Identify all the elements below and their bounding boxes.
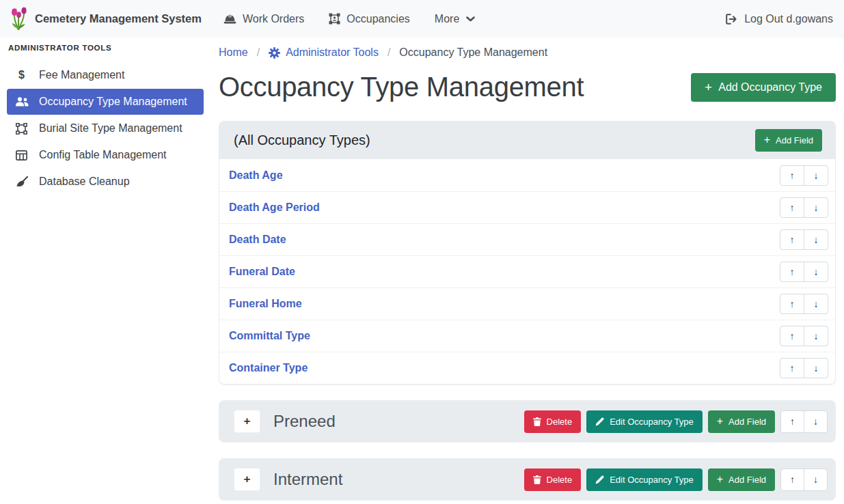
sidebar-item-label: Database Cleanup [39, 176, 130, 188]
trash-icon [533, 417, 541, 426]
move-up-button[interactable]: ↑ [780, 410, 804, 433]
move-up-button[interactable]: ↑ [780, 294, 804, 314]
add-field-button[interactable]: + Add Field [708, 410, 775, 433]
field-link-death-date[interactable]: Death Date [229, 234, 286, 246]
logout-link[interactable]: Log Out d.gowans [726, 13, 833, 25]
arrow-down-icon: ↓ [814, 363, 819, 374]
edit-occupancy-type-label: Edit Occupancy Type [610, 475, 694, 485]
move-down-button[interactable]: ↓ [804, 358, 828, 378]
nav-work-orders[interactable]: Work Orders [223, 13, 304, 25]
arrow-up-icon: ↑ [790, 474, 795, 485]
add-field-button[interactable]: + Add Field [755, 129, 822, 152]
move-up-button[interactable]: ↑ [780, 326, 804, 346]
field-row: Funeral Home ↑ ↓ [219, 288, 835, 320]
add-field-label: Add Field [776, 135, 813, 145]
delete-button[interactable]: Delete [524, 410, 582, 433]
arrow-down-icon: ↓ [813, 474, 818, 485]
arrow-up-icon: ↑ [790, 170, 795, 181]
breadcrumb-separator: / [257, 46, 260, 59]
reorder-group: ↑ ↓ [780, 197, 828, 218]
arrow-down-icon: ↓ [814, 202, 819, 213]
move-down-button[interactable]: ↓ [804, 229, 828, 250]
arrow-up-icon: ↑ [790, 234, 795, 245]
edit-occupancy-type-button[interactable]: Edit Occupancy Type [586, 468, 703, 491]
arrow-up-icon: ↑ [790, 416, 795, 427]
delete-button[interactable]: Delete [524, 468, 582, 491]
reorder-group: ↑ ↓ [780, 262, 828, 282]
edit-occupancy-type-label: Edit Occupancy Type [610, 417, 694, 427]
move-down-button[interactable]: ↓ [804, 262, 828, 282]
nav-occupancies[interactable]: Occupancies [329, 13, 410, 25]
page-title: Occupancy Type Management [219, 72, 584, 102]
brand-link[interactable]: Cemetery Management System [8, 6, 202, 31]
move-down-button[interactable]: ↓ [804, 326, 828, 346]
plus-icon: + [705, 81, 712, 94]
field-row: Death Age Period ↑ ↓ [219, 191, 835, 223]
field-row: Death Date ↑ ↓ [219, 223, 835, 255]
breadcrumb-separator: / [387, 46, 390, 59]
field-link-committal-type[interactable]: Committal Type [229, 330, 310, 342]
plus-icon: + [717, 474, 723, 485]
breadcrumb-home[interactable]: Home [219, 46, 248, 59]
field-list: Death Age ↑ ↓ Death Age Period ↑ ↓ Death… [219, 159, 836, 384]
app-title: Cemetery Management System [35, 12, 202, 25]
field-link-container-type[interactable]: Container Type [229, 362, 308, 374]
sidebar-item-burial-site-type-management[interactable]: Burial Site Type Management [7, 115, 204, 141]
delete-label: Delete [547, 417, 573, 427]
plus-icon: + [244, 415, 251, 428]
pencil-icon [595, 417, 604, 426]
gear-icon [269, 47, 280, 59]
dollar-icon: $ [14, 69, 29, 81]
move-up-button[interactable]: ↑ [780, 197, 804, 218]
move-down-button[interactable]: ↓ [804, 165, 828, 186]
add-occupancy-type-label: Add Occupancy Type [718, 81, 822, 94]
reorder-group: ↑ ↓ [780, 358, 828, 378]
edit-occupancy-type-button[interactable]: Edit Occupancy Type [586, 410, 703, 433]
sidebar-item-config-table-management[interactable]: Config Table Management [7, 142, 204, 168]
section-title: Preneed [273, 412, 336, 431]
nav-more-label: More [435, 13, 459, 25]
sidebar-item-database-cleanup[interactable]: Database Cleanup [7, 169, 204, 195]
delete-label: Delete [547, 475, 573, 485]
add-field-button[interactable]: + Add Field [708, 468, 775, 491]
arrow-down-icon: ↓ [814, 170, 819, 181]
move-down-button[interactable]: ↓ [804, 197, 828, 218]
add-occupancy-type-button[interactable]: + Add Occupancy Type [691, 73, 836, 102]
main-content: Home / Administrat [210, 38, 844, 504]
hard-hat-icon [223, 14, 236, 25]
sign-out-icon [726, 14, 738, 25]
occupancy-type-section-preneed: + Preneed Delete [219, 400, 836, 443]
move-down-button[interactable]: ↓ [804, 410, 828, 433]
sidebar-item-label: Fee Management [39, 69, 124, 81]
expand-toggle-button[interactable]: + [234, 410, 260, 433]
arrow-down-icon: ↓ [814, 331, 819, 341]
arrow-up-icon: ↑ [790, 331, 795, 341]
move-up-button[interactable]: ↑ [780, 229, 804, 250]
section-actions: Delete Edit Occupancy Type + Add Field ↑ [524, 468, 828, 491]
broom-icon [14, 176, 29, 187]
reorder-group: ↑ ↓ [780, 468, 828, 491]
field-link-funeral-home[interactable]: Funeral Home [229, 298, 302, 310]
expand-toggle-button[interactable]: + [234, 468, 260, 491]
sidebar-item-label: Occupancy Type Management [39, 96, 187, 108]
breadcrumb-admin-tools-label: Administrator Tools [286, 46, 379, 59]
field-link-death-age[interactable]: Death Age [229, 169, 283, 182]
field-link-death-age-period[interactable]: Death Age Period [229, 201, 320, 214]
move-up-button[interactable]: ↑ [780, 358, 804, 378]
breadcrumb-home-label: Home [219, 46, 248, 59]
nav-more[interactable]: More [435, 13, 476, 25]
pencil-icon [595, 475, 604, 484]
sidebar-item-fee-management[interactable]: $ Fee Management [7, 62, 204, 88]
all-occupancy-types-header: (All Occupancy Types) + Add Field [219, 121, 836, 159]
vector-square-icon [14, 123, 29, 135]
move-down-button[interactable]: ↓ [804, 468, 828, 491]
plus-icon: + [764, 135, 770, 145]
move-up-button[interactable]: ↑ [780, 165, 804, 186]
move-down-button[interactable]: ↓ [804, 294, 828, 314]
sidebar-item-occupancy-type-management[interactable]: Occupancy Type Management [7, 89, 204, 115]
logout-label: Log Out d.gowans [744, 13, 833, 25]
breadcrumb-admin-tools[interactable]: Administrator Tools [269, 46, 379, 59]
field-link-funeral-date[interactable]: Funeral Date [229, 266, 295, 278]
move-up-button[interactable]: ↑ [780, 262, 804, 282]
move-up-button[interactable]: ↑ [780, 468, 804, 491]
